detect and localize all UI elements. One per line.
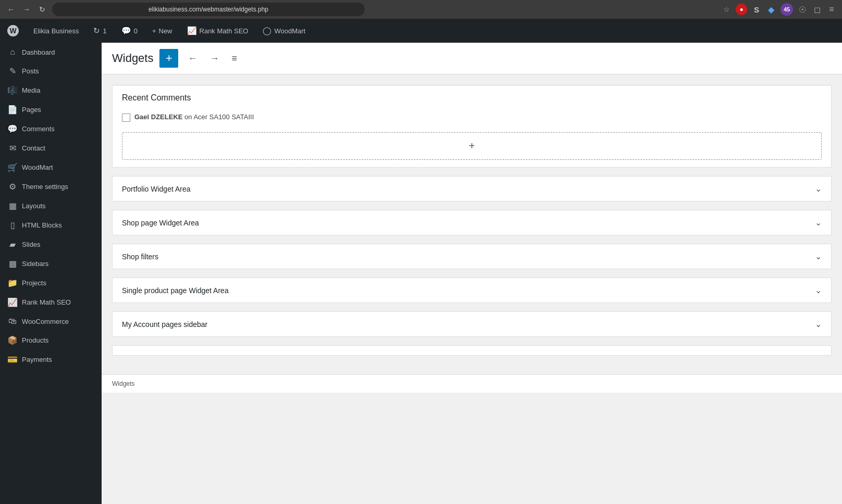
comments-button[interactable]: 💬 0	[114, 19, 145, 43]
sidebar-item-label: Layouts	[22, 202, 46, 210]
shop-page-chevron-icon: ⌄	[815, 218, 822, 228]
shop-page-widget-area-section: Shop page Widget Area ⌄	[112, 210, 832, 235]
content-area: Widgets + ← → ≡ Recent Comments Gael DZE…	[102, 43, 842, 504]
sidebar-item-payments[interactable]: 💳 Payments	[0, 350, 102, 369]
sidebar-item-label: Projects	[22, 279, 46, 287]
extension-shield-icon[interactable]: ☉	[797, 4, 808, 15]
extension-badge-icon[interactable]: 45	[781, 3, 793, 16]
sidebar-item-label: WoodMart	[22, 163, 53, 171]
pages-icon: 📄	[7, 105, 18, 115]
sidebar-item-rank-math[interactable]: 📈 Rank Math SEO	[0, 293, 102, 312]
shop-filters-header[interactable]: Shop filters ⌄	[113, 244, 831, 269]
rank-math-label: Rank Math SEO	[200, 27, 249, 35]
new-button[interactable]: + New	[145, 19, 180, 43]
back-button[interactable]: ←	[5, 4, 17, 15]
media-icon: 🎼	[7, 85, 18, 95]
redo-button[interactable]: →	[206, 51, 222, 66]
portfolio-widget-area-section: Portfolio Widget Area ⌄	[112, 176, 832, 201]
menu-button[interactable]: ≡	[228, 51, 240, 66]
sidebar-item-slides[interactable]: ▰ Slides	[0, 235, 102, 254]
sidebar-item-label: Comments	[22, 125, 55, 133]
shop-page-widget-area-title: Shop page Widget Area	[122, 219, 199, 227]
updates-button[interactable]: ↻ 1	[86, 19, 114, 43]
sidebar-item-layouts[interactable]: ▦ Layouts	[0, 196, 102, 216]
extension-globe-icon[interactable]: ◆	[766, 4, 776, 15]
portfolio-widget-area-title: Portfolio Widget Area	[122, 185, 191, 193]
extension-s-icon[interactable]: S	[751, 4, 762, 15]
comment-author: Gael DZELEKE	[134, 113, 182, 121]
extra-section	[112, 345, 832, 356]
sidebar-item-label: WooCommerce	[22, 318, 69, 325]
woodmart-label: WoodMart	[274, 27, 305, 35]
layouts-icon: ▦	[7, 201, 18, 211]
recent-comments-title: Recent Comments	[122, 93, 822, 103]
star-icon[interactable]: ☆	[721, 4, 732, 15]
sidebar-item-label: Products	[22, 336, 48, 344]
portfolio-chevron-icon: ⌄	[815, 184, 822, 194]
contact-icon: ✉	[7, 143, 18, 153]
html-blocks-icon: ▯	[7, 220, 18, 230]
site-name-label: Elikia Business	[33, 27, 79, 35]
woocommerce-icon: 🛍	[7, 317, 18, 326]
single-product-widget-area-header[interactable]: Single product page Widget Area ⌄	[113, 278, 831, 303]
sidebar-item-contact[interactable]: ✉ Contact	[0, 138, 102, 158]
woodmart-button[interactable]: ◯ WoodMart	[255, 19, 313, 43]
woodmart-icon: ◯	[263, 26, 271, 35]
extension-red-icon[interactable]: ●	[736, 4, 747, 15]
sidebar-item-posts[interactable]: ✎ Posts	[0, 61, 102, 81]
footer-breadcrumb: Widgets	[102, 374, 842, 393]
projects-icon: 📁	[7, 278, 18, 288]
extension-menu-icon[interactable]: ≡	[826, 4, 837, 15]
recent-comments-section: Recent Comments Gael DZELEKE on Acer SA1…	[112, 85, 832, 168]
woodmart-sidebar-icon: 🛒	[7, 162, 18, 172]
sidebar-item-label: Rank Math SEO	[22, 298, 71, 306]
site-name-button[interactable]: Elikia Business	[26, 19, 86, 43]
sidebar-item-comments[interactable]: 💬 Comments	[0, 119, 102, 138]
sidebar-item-sidebars[interactable]: ▩ Sidebars	[0, 254, 102, 273]
my-account-sidebar-header[interactable]: My Account pages sidebar ⌄	[113, 312, 831, 336]
shop-filters-chevron-icon: ⌄	[815, 251, 822, 261]
dashboard-icon: ⌂	[7, 47, 18, 57]
sidebar-item-label: Sidebars	[22, 260, 48, 268]
sidebar-item-dashboard[interactable]: ⌂ Dashboard	[0, 43, 102, 61]
sidebar-item-label: Media	[22, 86, 40, 94]
add-widget-button[interactable]: +	[159, 49, 178, 68]
products-icon: 📦	[7, 335, 18, 345]
sidebar-item-products[interactable]: 📦 Products	[0, 331, 102, 350]
sidebar-item-woodmart[interactable]: 🛒 WoodMart	[0, 158, 102, 177]
sidebar-item-label: Slides	[22, 241, 40, 248]
sidebar-item-projects[interactable]: 📁 Projects	[0, 273, 102, 293]
wp-icon: W	[7, 25, 19, 36]
sidebar-item-theme-settings[interactable]: ⚙ Theme settings	[0, 177, 102, 196]
theme-settings-icon: ⚙	[7, 182, 18, 192]
rank-math-button[interactable]: 📈 Rank Math SEO	[180, 19, 256, 43]
new-label: New	[159, 27, 172, 35]
undo-button[interactable]: ←	[184, 51, 200, 66]
extension-clipboard-icon[interactable]: ◻	[812, 4, 822, 15]
reload-button[interactable]: ↻	[36, 4, 48, 15]
sidebar-item-pages[interactable]: 📄 Pages	[0, 100, 102, 119]
comment-checkbox[interactable]	[122, 114, 130, 122]
comments-sidebar-icon: 💬	[7, 124, 18, 134]
add-icon: +	[469, 140, 475, 152]
sidebar-item-media[interactable]: 🎼 Media	[0, 81, 102, 100]
sidebar-item-woocommerce[interactable]: 🛍 WooCommerce	[0, 312, 102, 331]
forward-button[interactable]: →	[21, 4, 32, 15]
shop-page-widget-area-header[interactable]: Shop page Widget Area ⌄	[113, 210, 831, 235]
sidebars-icon: ▩	[7, 259, 18, 269]
shop-filters-title: Shop filters	[122, 253, 158, 261]
sidebar-item-label: Dashboard	[22, 48, 55, 56]
sidebar: ⌂ Dashboard ✎ Posts 🎼 Media 📄 Pages 💬 Co…	[0, 43, 102, 504]
new-icon: +	[152, 27, 156, 35]
sidebar-item-html-blocks[interactable]: ▯ HTML Blocks	[0, 216, 102, 235]
sidebar-item-label: Pages	[22, 106, 41, 114]
shop-filters-section: Shop filters ⌄	[112, 244, 832, 269]
url-bar[interactable]	[52, 3, 365, 16]
wp-logo-button[interactable]: W	[0, 19, 26, 43]
add-widget-inside-button[interactable]: +	[122, 132, 822, 160]
sidebar-item-label: Theme settings	[22, 183, 68, 191]
portfolio-widget-area-header[interactable]: Portfolio Widget Area ⌄	[113, 177, 831, 201]
sidebar-item-label: Payments	[22, 356, 52, 363]
comment-text: Gael DZELEKE on Acer SA100 SATAIII	[134, 113, 254, 121]
single-product-widget-area-section: Single product page Widget Area ⌄	[112, 278, 832, 303]
